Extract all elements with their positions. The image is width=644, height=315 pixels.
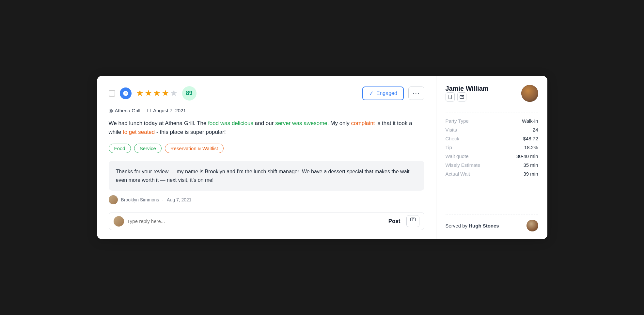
wisely-label: Wisely Estimate: [446, 162, 480, 168]
tip-label: Tip: [446, 145, 452, 150]
review-source-icon: [120, 87, 132, 99]
responder-date: Aug 7, 2021: [167, 197, 192, 202]
actual-wait-label: Actual Wait: [446, 171, 470, 177]
highlight-food: food was delicious: [208, 120, 253, 126]
wisely-row: Wisely Estimate 35 min: [446, 162, 538, 168]
location-meta: ◎ Athena Grill: [109, 108, 140, 114]
visits-value: 24: [533, 127, 538, 133]
location-text: Athena Grill: [115, 108, 140, 113]
response-box: Thanks for your review — my name is Broo…: [109, 161, 424, 191]
star-3: ★: [153, 88, 161, 98]
side-header: Jamie William: [446, 85, 538, 107]
email-icon[interactable]: [457, 92, 466, 102]
responder-name: Brooklyn Simmons: [121, 197, 159, 202]
top-divider: [446, 113, 538, 113]
review-text-mid1: and our: [253, 120, 275, 126]
more-options-button[interactable]: ···: [408, 87, 424, 100]
party-type-row: Party Type Walk-in: [446, 118, 538, 124]
visits-row: Visits 24: [446, 127, 538, 133]
engaged-button[interactable]: ✓ Engaged: [362, 87, 404, 100]
header-row: ★ ★ ★ ★ ★ 89 ✓ Engaged ···: [109, 86, 424, 101]
star-4: ★: [162, 88, 169, 98]
location-icon: ◎: [109, 108, 113, 114]
check-icon: ✓: [369, 90, 374, 97]
wait-quote-label: Wait quote: [446, 153, 469, 159]
date-text: August 7, 2021: [153, 108, 186, 113]
actual-wait-row: Actual Wait 39 min: [446, 171, 538, 177]
served-by-name: Hugh Stones: [469, 223, 499, 228]
highlight-server: server was awesome: [275, 120, 327, 126]
visits-label: Visits: [446, 127, 457, 133]
responder-avatar: [109, 195, 118, 204]
phone-icon[interactable]: [446, 92, 455, 102]
check-row: Check $48.72: [446, 136, 538, 141]
actual-wait-value: 39 min: [523, 171, 538, 177]
calendar-icon: ☐: [147, 108, 151, 114]
meta-row: ◎ Athena Grill ☐ August 7, 2021: [109, 108, 424, 114]
side-panel: Jamie William Party Type Walk-in: [436, 76, 547, 240]
contact-icons: [446, 92, 489, 102]
star-rating: ★ ★ ★ ★ ★: [136, 88, 178, 98]
served-by-text: Served by Hugh Stones: [446, 223, 499, 228]
svg-point-2: [450, 98, 450, 98]
responder-separator: ·: [162, 197, 164, 202]
customer-name: Jamie William: [446, 85, 489, 92]
review-text-before: We had lunch today at Athena Grill. The: [109, 120, 208, 126]
tag-reservation-waitlist[interactable]: Reservation & Waitlist: [165, 144, 224, 153]
wisely-value: 35 min: [523, 162, 538, 168]
tags-row: Food Service Reservation & Waitlist: [109, 144, 424, 153]
wait-quote-value: 30-40 min: [516, 153, 538, 159]
server-avatar: [526, 220, 538, 231]
customer-avatar: [521, 85, 538, 102]
reply-user-avatar: [114, 216, 124, 227]
tip-value: 18.2%: [524, 145, 538, 150]
review-text-mid2: . My only: [327, 120, 351, 126]
wait-quote-row: Wait quote 30-40 min: [446, 153, 538, 159]
party-type-label: Party Type: [446, 118, 469, 124]
select-checkbox[interactable]: [109, 90, 115, 97]
check-value: $48.72: [523, 136, 538, 141]
clipboard-button[interactable]: [406, 215, 419, 227]
star-5: ★: [170, 88, 178, 98]
responder-row: Brooklyn Simmons · Aug 7, 2021: [109, 195, 424, 204]
main-panel: ★ ★ ★ ★ ★ 89 ✓ Engaged ··· ◎ Athena Gril…: [97, 76, 436, 240]
star-2: ★: [145, 88, 152, 98]
star-1: ★: [136, 88, 144, 98]
review-text: We had lunch today at Athena Grill. The …: [109, 119, 424, 136]
side-footer: Served by Hugh Stones: [446, 214, 538, 231]
check-label: Check: [446, 136, 460, 141]
highlight-complaint: complaint: [351, 120, 375, 126]
post-button[interactable]: Post: [386, 217, 403, 226]
reply-row: Post: [109, 212, 424, 230]
reply-input[interactable]: [127, 218, 383, 224]
tip-row: Tip 18.2%: [446, 145, 538, 150]
party-type-value: Walk-in: [522, 118, 538, 124]
info-table: Party Type Walk-in Visits 24 Check $48.7…: [446, 118, 538, 214]
tag-service[interactable]: Service: [134, 144, 162, 153]
review-text-end: - this place is super popular!: [155, 129, 226, 135]
tag-food[interactable]: Food: [109, 144, 131, 153]
served-by-label: Served by: [446, 223, 468, 228]
highlight-seated: to get seated: [123, 129, 155, 135]
date-meta: ☐ August 7, 2021: [147, 108, 186, 114]
score-badge: 89: [182, 86, 196, 101]
